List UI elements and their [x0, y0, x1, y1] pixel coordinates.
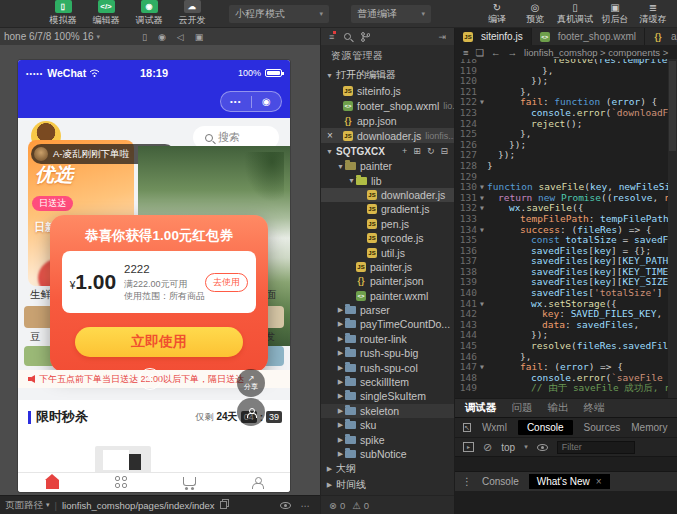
- close-minimize-button[interactable]: ◉: [252, 96, 282, 107]
- collapse-all-icon[interactable]: ⊟: [440, 146, 448, 156]
- tree-file-downloader.js[interactable]: JSdownloader.js: [321, 188, 454, 202]
- tree-folder-rush-spu-col[interactable]: ▶rush-spu-col: [321, 360, 454, 374]
- close-icon[interactable]: ×: [596, 476, 602, 487]
- modal-close-icon[interactable]: ✕: [139, 368, 161, 390]
- open-editor-item[interactable]: ×JSdownloader.jslionfis...: [321, 128, 454, 143]
- open-editors-header[interactable]: ▼ 打开的编辑器: [321, 67, 454, 83]
- tree-folder-parser[interactable]: ▶parser: [321, 303, 454, 317]
- open-editor-item[interactable]: {}app.json: [321, 113, 454, 128]
- multi-window-icon[interactable]: ▣: [195, 32, 204, 42]
- open-editor-item[interactable]: JSsiteinfo.js: [321, 83, 454, 98]
- editor-scrollbar[interactable]: [668, 59, 677, 398]
- debugger-tab-终端[interactable]: 终端: [584, 401, 605, 415]
- tree-folder-sku[interactable]: ▶sku: [321, 418, 454, 432]
- tree-folder-painter[interactable]: ▼painter: [321, 159, 454, 173]
- refresh-icon[interactable]: ↻: [427, 146, 435, 156]
- toolbar-button-切后台[interactable]: ▣切后台: [599, 2, 631, 26]
- tree-folder-rush-spu-big[interactable]: ▶rush-spu-big: [321, 346, 454, 360]
- open-editor-item[interactable]: <>footer_shop.wxmllio...: [321, 98, 454, 113]
- tree-file-qrcode.js[interactable]: JSqrcode.js: [321, 231, 454, 245]
- tree-folder-router-link[interactable]: ▶router-link: [321, 332, 454, 346]
- share-button[interactable]: ↗ 分享: [237, 369, 265, 397]
- inspect-element-icon[interactable]: ↖: [463, 423, 471, 432]
- tree-file-painter.json[interactable]: {}painter.json: [321, 274, 454, 288]
- sound-icon[interactable]: ◁: [177, 32, 184, 42]
- tree-folder-payTimeCountDo...[interactable]: ▶payTimeCountDo...: [321, 317, 454, 331]
- home-tab-icon[interactable]: [46, 480, 59, 489]
- drawer-tab-What's New[interactable]: What's New×: [529, 474, 610, 489]
- cart-tab-icon[interactable]: [183, 477, 196, 486]
- record-icon[interactable]: ◉: [158, 32, 166, 42]
- tree-file-util.js[interactable]: JSutil.js: [321, 245, 454, 259]
- new-file-icon[interactable]: +: [402, 146, 407, 156]
- devtools-tab-Wxml[interactable]: Wxml: [482, 422, 507, 433]
- seckill-product-image[interactable]: [95, 446, 151, 474]
- tree-folder-skeleton[interactable]: ▶skeleton: [321, 404, 454, 418]
- debugger-tab-问题[interactable]: 问题: [512, 401, 533, 415]
- console-filter-input[interactable]: Filter: [557, 441, 635, 454]
- editor-tab-ap[interactable]: {}ap: [645, 28, 677, 45]
- category-tab-icon[interactable]: [115, 476, 128, 489]
- go-use-button[interactable]: 去使用: [205, 273, 248, 292]
- tree-folder-singleSkuItem[interactable]: ▶singleSkuItem: [321, 389, 454, 403]
- fold-icon[interactable]: ▼: [477, 225, 487, 236]
- toolbar-button-真机调试[interactable]: ▯真机调试: [557, 2, 593, 26]
- more-menu-button[interactable]: •••: [221, 97, 251, 106]
- project-header[interactable]: ▼ SQTGXCX +⊞↻⊟: [321, 143, 454, 159]
- editor-tab-siteinfo.js[interactable]: JSsiteinfo.js: [455, 28, 532, 45]
- fold-icon[interactable]: ▼: [477, 97, 487, 108]
- phone-mode-icon[interactable]: ▯: [142, 32, 147, 42]
- code-editor[interactable]: 118resolve(res.tempFilePath);119},120});…: [455, 59, 677, 398]
- tree-file-painter.wxml[interactable]: <>painter.wxml: [321, 289, 454, 303]
- category-label[interactable]: 豆: [30, 330, 41, 344]
- toolbar-button-编辑器[interactable]: </>编辑器: [89, 0, 123, 27]
- dock-panel-icon[interactable]: ⇥: [438, 32, 446, 42]
- devtools-tab-Sources[interactable]: Sources: [584, 422, 621, 433]
- tree-file-gradient.js[interactable]: JSgradient.js: [321, 202, 454, 216]
- outline-icon[interactable]: ≡: [463, 47, 469, 58]
- fold-icon[interactable]: ▼: [477, 193, 487, 204]
- eye-icon[interactable]: [537, 444, 548, 451]
- breadcrumb[interactable]: lionfish_comshop > components >: [524, 47, 668, 58]
- fold-icon[interactable]: ▼: [477, 182, 487, 193]
- kebab-menu-icon[interactable]: ⋮: [462, 476, 472, 487]
- more-icon[interactable]: ⋯: [301, 500, 311, 511]
- path-label[interactable]: 页面路径: [5, 499, 43, 512]
- problems-footer[interactable]: ⊗ 0 ⚠ 0: [321, 495, 454, 514]
- fold-icon[interactable]: ▼: [477, 203, 487, 214]
- use-now-button[interactable]: 立即使用: [75, 327, 243, 357]
- editor-tab-footer_shop.wxml[interactable]: <>footer_shop.wxml: [532, 28, 645, 45]
- section-时间线[interactable]: ▶时间线: [321, 477, 454, 493]
- mode-dropdown[interactable]: 小程序模式 ▾: [229, 5, 329, 23]
- toolbar-button-编译[interactable]: ↻编译: [481, 2, 513, 26]
- toolbar-button-预览[interactable]: ◎预览: [519, 2, 551, 26]
- devtools-tab-Memory[interactable]: Memory: [631, 422, 667, 433]
- toolbar-button-云开发[interactable]: ☁云开发: [175, 0, 209, 27]
- tree-file-pen.js[interactable]: JSpen.js: [321, 217, 454, 231]
- toolbar-button-模拟器[interactable]: ▯模拟器: [46, 0, 80, 27]
- tree-folder-subNotice[interactable]: ▶subNotice: [321, 447, 454, 461]
- debugger-tab-输出[interactable]: 输出: [548, 401, 569, 415]
- fold-icon[interactable]: ▼: [477, 362, 487, 373]
- profile-float-button[interactable]: [237, 398, 265, 426]
- compile-dropdown[interactable]: 普通编译 ▾: [351, 5, 431, 23]
- tree-folder-lib[interactable]: ▼lib: [321, 173, 454, 187]
- toolbar-button-清缓存[interactable]: ≣清缓存: [637, 2, 669, 26]
- toolbar-button-调试器[interactable]: ◉调试器: [132, 0, 166, 27]
- tree-folder-spike[interactable]: ▶spike: [321, 432, 454, 446]
- section-大纲[interactable]: ▶大纲: [321, 461, 454, 477]
- eye-icon[interactable]: [280, 502, 291, 509]
- context-dropdown[interactable]: top: [501, 442, 515, 453]
- device-selector[interactable]: hone 6/7/8 100% 16: [4, 31, 94, 42]
- clear-console-icon[interactable]: ⊘: [483, 441, 492, 454]
- debugger-tab-调试器[interactable]: 调试器: [465, 401, 497, 415]
- copy-icon[interactable]: [220, 501, 227, 509]
- forward-icon[interactable]: →: [508, 47, 518, 58]
- close-icon[interactable]: ×: [327, 130, 333, 141]
- devtools-tab-Console[interactable]: Console: [518, 420, 573, 435]
- list-icon[interactable]: ≡: [329, 32, 334, 42]
- bookmark-icon[interactable]: ❏: [476, 47, 485, 58]
- category-label[interactable]: 生鲜: [30, 288, 51, 302]
- fold-icon[interactable]: ▼: [477, 299, 487, 310]
- console-play-icon[interactable]: ▸: [463, 442, 474, 452]
